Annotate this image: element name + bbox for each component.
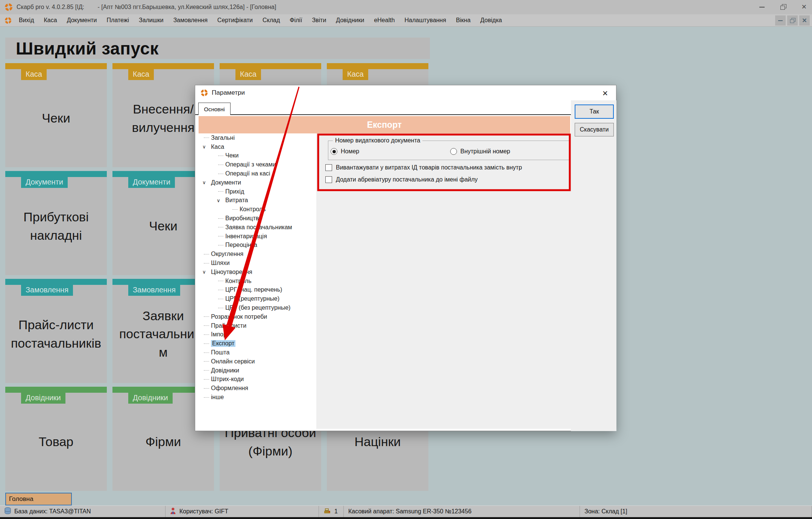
tree-connector (218, 227, 223, 227)
menu-item[interactable]: eHealth (369, 14, 399, 26)
checkbox-export-supplier-ids[interactable]: Вивантажувати у витратах ІД товарів пост… (325, 164, 522, 171)
tree-item-Операції з чеками[interactable]: Операції з чеками (199, 160, 316, 169)
tree-item-Контроль[interactable]: Контроль (199, 205, 316, 214)
tree-item-Виробництво[interactable]: Виробництво (199, 214, 316, 223)
dialog-close-icon[interactable]: ✕ (600, 88, 610, 98)
tab-osnovni[interactable]: Основні (198, 103, 231, 115)
tree-item-label: ЦРГ (без рецептурные) (225, 304, 290, 311)
tree-item-Операції на касі[interactable]: Операції на касі (199, 169, 316, 178)
menu-item[interactable]: Залишки (134, 14, 168, 26)
tree-item-Шляхи[interactable]: Шляхи (199, 259, 316, 268)
tree-item-label: Загальні (211, 135, 235, 141)
checkbox-icon[interactable] (325, 176, 332, 183)
tree-item-Витрата[interactable]: ∨Витрата (199, 196, 316, 205)
tab-home[interactable]: Головна (5, 493, 72, 505)
tree-item-Прайс-листи[interactable]: Прайс-листи (199, 321, 316, 330)
status-cash-register-count: 1 (319, 506, 344, 517)
tree-connector (204, 254, 209, 254)
ok-button[interactable]: Так (575, 104, 614, 119)
tree-item-label: Довідники (211, 367, 239, 374)
menu-item[interactable]: Філії (285, 14, 307, 26)
menu-item[interactable]: Платежі (102, 14, 134, 26)
tree-connector (218, 299, 223, 299)
menu-item[interactable]: Звіти (307, 14, 331, 26)
mdi-restore-icon[interactable] (787, 15, 798, 26)
menu-item[interactable]: Документи (62, 14, 102, 26)
quick-launch-tile[interactable]: ДовідникиТовар (5, 387, 107, 491)
tree-item-label: Операції з чеками (225, 161, 276, 168)
tree-item-label: Заявка постачальникам (225, 224, 292, 231)
tree-item-label: Прайс-листи (211, 322, 246, 329)
dialog-titlebar[interactable]: Параметри ✕ (195, 85, 616, 100)
tree-item-Контроль[interactable]: Контроль (199, 277, 316, 286)
tree-connector (218, 156, 223, 156)
status-label: Користувач: GIFT (179, 508, 228, 515)
status-cash-register: Касовий апарат: Samsung ER-350 №123456 (344, 506, 580, 517)
menu-item[interactable]: Довідники (331, 14, 369, 26)
tree-item-Округлення[interactable]: Округлення (199, 250, 316, 259)
tree-item-Переоцінка[interactable]: Переоцінка (199, 241, 316, 250)
close-icon[interactable]: ✕ (801, 4, 807, 11)
tree-item-інше[interactable]: інше (199, 393, 316, 402)
radio-selected-icon[interactable] (331, 148, 337, 155)
tree-item-Чеки[interactable]: Чеки (199, 151, 316, 160)
quick-launch-tile[interactable]: ЗамовленняПрайс-листи постачальників (5, 279, 107, 383)
menu-item[interactable]: Замовлення (168, 14, 212, 26)
chevron-down-icon[interactable]: ∨ (217, 198, 224, 203)
tree-item-Інвентаризація[interactable]: Інвентаризація (199, 232, 316, 241)
tree-item-label: Пошта (211, 349, 229, 356)
tree-item-Імпорт[interactable]: Імпорт (199, 330, 316, 339)
checkbox-icon[interactable] (325, 164, 332, 171)
tree-connector (232, 209, 238, 210)
chevron-down-icon[interactable]: ∨ (202, 269, 209, 275)
tree-item-Штрих-коди[interactable]: Штрих-коди (199, 375, 316, 384)
status-label: База даних: TASA3@TITAN (14, 508, 91, 515)
tree-item-Каса[interactable]: ∨Каса (199, 142, 316, 151)
tree-item-label: Документи (211, 179, 241, 186)
radio-internal-number[interactable]: Внутрішній номер (450, 148, 510, 155)
cancel-button[interactable]: Скасувати (575, 123, 614, 136)
tree-item-Оформлення[interactable]: Оформлення (199, 384, 316, 393)
tree-item-Загальні[interactable]: Загальні (199, 133, 316, 142)
mdi-minimize-icon[interactable] (775, 15, 786, 26)
chevron-down-icon[interactable]: ∨ (202, 180, 209, 185)
tree-item-Розрахунок потреби[interactable]: Розрахунок потреби (199, 312, 316, 321)
menu-item[interactable]: Сертифікати (212, 14, 258, 26)
mdi-close-icon[interactable]: ✕ (799, 15, 810, 26)
menu-item[interactable]: Вихід (14, 14, 39, 26)
tile-category-strip (5, 279, 107, 285)
menu-item[interactable]: Склад (258, 14, 285, 26)
status-label: Касовий апарат: Samsung ER-350 №123456 (348, 508, 472, 515)
minimize-icon[interactable] (759, 7, 765, 8)
radio-number[interactable]: Номер (331, 148, 359, 155)
restore-icon[interactable] (780, 5, 786, 9)
menu-item[interactable]: Довідка (475, 14, 507, 26)
quick-launch-tile[interactable]: ДокументиПрибуткові накладні (5, 171, 107, 275)
radio-label: Внутрішній номер (460, 148, 510, 155)
tree-item-ЦРГ (рецептурные)[interactable]: ЦРГ (рецептурные) (199, 294, 316, 303)
radio-unselected-icon[interactable] (450, 148, 457, 155)
tree-item-Документи[interactable]: ∨Документи (199, 178, 316, 187)
checkbox-supplier-abbreviation[interactable]: Додати абревіатуру постачальника до імен… (325, 176, 478, 183)
tree-item-Експорт[interactable]: Експорт (199, 339, 316, 348)
tree-item-label: Експорт (211, 340, 235, 347)
radio-label: Номер (341, 148, 359, 155)
tree-item-Онлайн сервіси[interactable]: Онлайн сервіси (199, 357, 316, 366)
tree-connector (218, 174, 223, 174)
menu-item[interactable]: Каса (39, 14, 62, 26)
menu-item[interactable]: Налаштування (400, 14, 451, 26)
tree-item-Пошта[interactable]: Пошта (199, 348, 316, 357)
tree-item-Заявка постачальникам[interactable]: Заявка постачальникам (199, 223, 316, 232)
quick-launch-tile[interactable]: КасаЧеки (5, 63, 107, 167)
tree-item-label: Розрахунок потреби (211, 313, 267, 320)
tree-item-Ціноутворення[interactable]: ∨Ціноутворення (199, 268, 316, 277)
chevron-down-icon[interactable]: ∨ (202, 144, 209, 150)
tree-connector (218, 218, 223, 219)
tree-item-ЦРГ (нац. перечень)[interactable]: ЦРГ (нац. перечень) (199, 286, 316, 295)
menu-item[interactable]: Вікна (451, 14, 475, 26)
tree-item-Довідники[interactable]: Довідники (199, 366, 316, 375)
tile-category-strip (112, 63, 214, 69)
tree-item-Прихід[interactable]: Прихід (199, 187, 316, 196)
tree-item-ЦРГ (без рецептурные)[interactable]: ЦРГ (без рецептурные) (199, 303, 316, 312)
tree-connector (218, 236, 223, 236)
